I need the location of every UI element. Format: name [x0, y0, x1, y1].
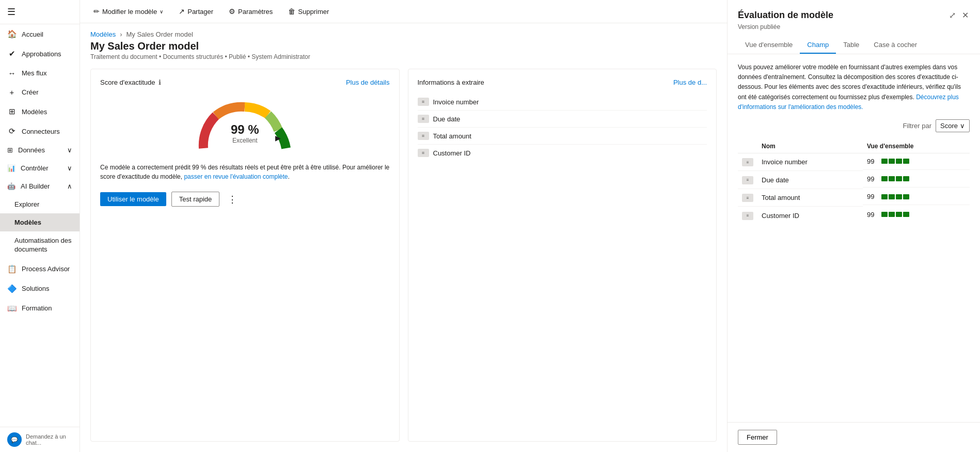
sidebar-item-creer[interactable]: + Créer [0, 83, 80, 102]
sidebar-item-approbations[interactable]: ✔ Approbations [0, 44, 80, 64]
score-bars [881, 212, 909, 217]
solutions-icon: 🔷 [7, 284, 17, 293]
info-card-header: Informations à extraire Plus de d... [418, 79, 707, 86]
tab-table[interactable]: Table [836, 37, 866, 54]
col-vue-ensemble: Vue d'ensemble [863, 139, 970, 153]
sidebar-item-process-advisor[interactable]: 📋 Process Advisor [0, 259, 80, 279]
modeles-icon: ⊞ [7, 107, 17, 116]
row-name: Invoice number [757, 153, 863, 171]
score-card-header: Score d'exactitude ℹ Plus de détails [100, 79, 390, 86]
sidebar-item-formation[interactable]: 📖 Formation [0, 299, 80, 318]
donnees-icon: ⊞ [7, 146, 13, 154]
sidebar-item-mes-flux[interactable]: ↔ Mes flux [0, 64, 80, 83]
info-more-details-link[interactable]: Plus de d... [673, 79, 707, 86]
row-score: 99 [863, 207, 970, 223]
panel-body: Vous pouvez améliorer votre modèle en fo… [728, 54, 980, 422]
info-icon: ℹ [159, 79, 161, 86]
row-score: 99 [863, 189, 970, 205]
score-bars [881, 159, 909, 164]
chat-support[interactable]: 💬 Demandez à un chat... [0, 427, 80, 452]
gauge-quality: Excellent [231, 137, 259, 144]
right-panel: Évaluation de modèle ⤢ ✕ Version publiée… [727, 0, 980, 452]
test-rapide-button[interactable]: Test rapide [171, 192, 220, 207]
use-model-button[interactable]: Utiliser le modèle [100, 192, 166, 206]
breadcrumb: Modèles › My Sales Order model [80, 23, 727, 40]
row-name: Due date [757, 171, 863, 189]
row-name: Customer ID [757, 207, 863, 224]
sidebar-item-ai-builder[interactable]: 🤖AI Builder ∧ [0, 177, 80, 195]
field-icon: ≡ [418, 98, 429, 106]
sidebar-item-accueil[interactable]: 🏠 Accueil [0, 24, 80, 44]
tab-case-cocher[interactable]: Case à cocher [866, 37, 924, 54]
gauge-percent: 99 % [231, 122, 259, 136]
score-bars [881, 176, 909, 181]
formation-icon: 📖 [7, 304, 17, 313]
panel-tabs: Vue d'ensemble Champ Table Case à cocher [738, 37, 970, 54]
home-icon: 🏠 [7, 29, 17, 39]
partager-button[interactable]: ↗ Partager [176, 5, 216, 18]
sidebar-item-explorer[interactable]: Explorer [0, 195, 80, 213]
score-bars [881, 194, 909, 199]
list-item: ≡ Customer ID [418, 145, 707, 161]
page-title: My Sales Order model [80, 40, 727, 53]
share-icon: ↗ [179, 7, 185, 15]
info-title: Informations à extraire [418, 79, 484, 86]
close-panel-button[interactable]: ✕ [961, 9, 970, 21]
field-icon: ≡ [418, 115, 429, 123]
panel-title-text: Évaluation de modèle [738, 10, 833, 21]
process-icon: 📋 [7, 264, 17, 274]
panel-title-actions: ⤢ ✕ [948, 9, 970, 21]
tab-vue-ensemble[interactable]: Vue d'ensemble [738, 37, 800, 54]
sidebar-item-modeles[interactable]: ⊞ Modèles [0, 102, 80, 121]
more-details-link[interactable]: Plus de détails [346, 79, 390, 86]
score-actions: Utiliser le modèle Test rapide ⋮ [100, 192, 390, 207]
breadcrumb-separator: › [120, 30, 122, 38]
gear-icon: ⚙ [229, 7, 235, 15]
list-item: ≡ Due date [418, 111, 707, 128]
parametres-button[interactable]: ⚙ Paramètres [226, 5, 276, 18]
filter-row: Filtrer par Score ∨ [738, 119, 970, 132]
close-button[interactable]: Fermer [738, 430, 777, 445]
row-name: Total amount [757, 189, 863, 207]
panel-header: Évaluation de modèle ⤢ ✕ Version publiée… [728, 0, 980, 54]
filter-select[interactable]: Score ∨ [936, 119, 970, 132]
row-score: 99 [863, 171, 970, 188]
more-options-button[interactable]: ⋮ [225, 193, 240, 206]
sidebar-item-solutions[interactable]: 🔷 Solutions [0, 279, 80, 299]
supprimer-button[interactable]: 🗑 Supprimer [285, 5, 332, 18]
chevron-up-icon: ∧ [67, 182, 72, 190]
evaluation-link[interactable]: passer en revue l'évaluation complète [184, 173, 288, 180]
sidebar-item-automatisation[interactable]: Automatisation des documents [0, 231, 80, 259]
sidebar-item-modeles-sub[interactable]: Modèles [0, 213, 80, 231]
table-row: ≡Customer ID99 [738, 207, 970, 224]
table-row: ≡Total amount99 [738, 189, 970, 207]
info-card: Informations à extraire Plus de d... ≡ I… [408, 69, 717, 442]
row-field-icon: ≡ [738, 207, 757, 224]
connecteurs-icon: ⟳ [7, 127, 17, 136]
sidebar-item-donnees[interactable]: ⊞Données ∨ [0, 141, 80, 159]
panel-description: Vous pouvez améliorer votre modèle en fo… [738, 63, 970, 112]
panel-footer: Fermer [728, 422, 980, 452]
breadcrumb-parent[interactable]: Modèles [90, 30, 116, 38]
sidebar-item-controler[interactable]: 📊Contrôler ∨ [0, 159, 80, 177]
row-field-icon: ≡ [738, 189, 757, 207]
table-header-row: Nom Vue d'ensemble [738, 139, 970, 153]
table-row: ≡Due date99 [738, 171, 970, 189]
sidebar-item-connecteurs[interactable]: ⟳ Connecteurs [0, 121, 80, 141]
breadcrumb-current: My Sales Order model [126, 30, 193, 38]
hamburger-icon[interactable]: ☰ [7, 7, 15, 17]
expand-icon[interactable]: ⤢ [948, 9, 957, 21]
edit-icon: ✏ [93, 7, 100, 15]
page-meta: Traitement du document • Documents struc… [80, 53, 727, 69]
row-score: 99 [863, 153, 970, 170]
plus-icon: + [7, 88, 17, 97]
score-description: Ce modèle a correctement prédit 99 % des… [100, 163, 390, 181]
tab-champ[interactable]: Champ [800, 37, 836, 54]
play-icon[interactable]: ▶ [275, 134, 281, 142]
modifier-button[interactable]: ✏ Modifier le modèle ∨ [90, 5, 166, 18]
list-item: ≡ Total amount [418, 128, 707, 145]
filter-label: Filtrer par [903, 122, 931, 130]
chevron-down-icon: ∨ [960, 122, 965, 130]
field-icon: ≡ [418, 132, 429, 140]
main-content: ✏ Modifier le modèle ∨ ↗ Partager ⚙ Para… [80, 0, 727, 452]
